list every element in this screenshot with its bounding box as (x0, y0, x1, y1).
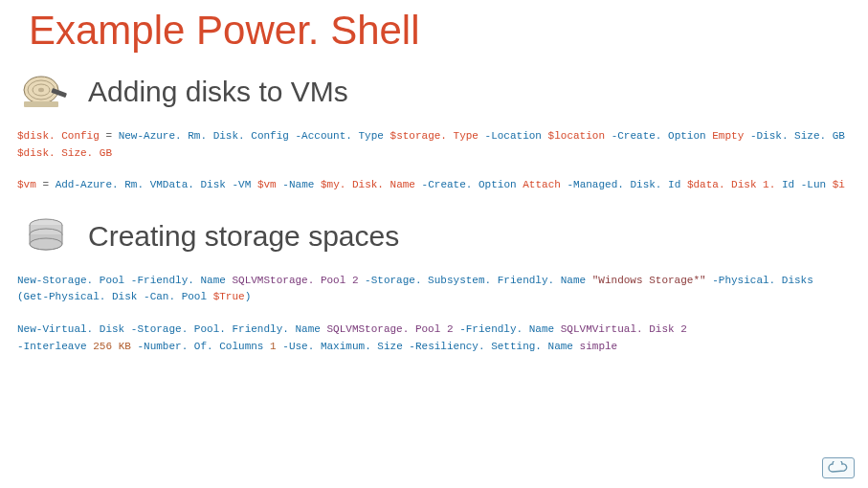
cloud-icon (822, 457, 855, 478)
section-adding-disks: Adding disks to VMs (0, 71, 868, 122)
svg-point-3 (38, 88, 44, 92)
storage-stack-icon (19, 215, 73, 257)
code-newstoragepool: New-Storage. Pool -Friendly. Name SQLVMS… (0, 267, 868, 316)
harddisk-icon (19, 71, 73, 113)
slide-title: Example Power. Shell (0, 0, 868, 71)
svg-rect-5 (24, 101, 58, 107)
svg-point-8 (30, 238, 62, 250)
section-title-adding-disks: Adding disks to VMs (88, 76, 348, 108)
code-newvirtualdisk: New-Virtual. Disk -Storage. Pool. Friend… (0, 316, 868, 365)
code-adddatadisk: $vm = Add-Azure. Rm. VMData. Disk -VM $v… (0, 171, 868, 204)
section-title-storage-spaces: Creating storage spaces (88, 220, 399, 253)
section-storage-spaces: Creating storage spaces (0, 215, 868, 267)
code-diskconfig: $disk. Config = New-Azure. Rm. Disk. Con… (0, 122, 868, 171)
